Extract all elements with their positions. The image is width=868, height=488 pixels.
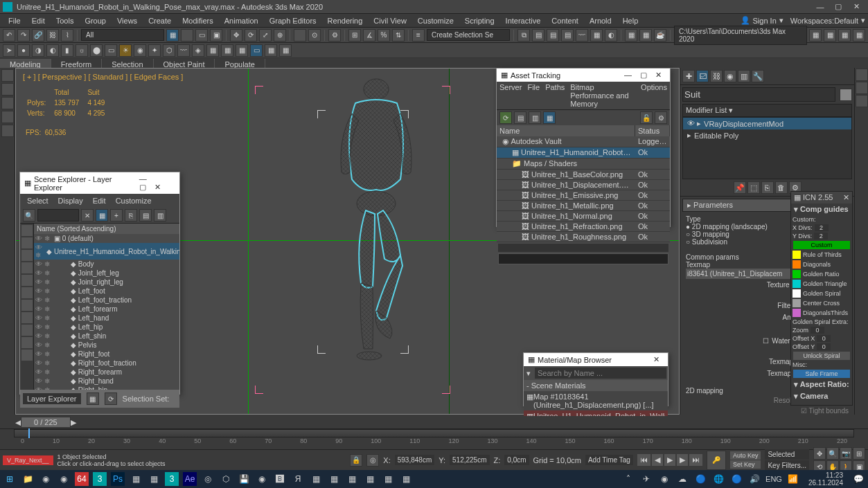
tree-item[interactable]: 👁 ❄◆Unitree_H1_Humanoid_Robot_in_Walking… — [34, 243, 179, 260]
asset-row[interactable]: ◉ Autodesk VaultLogged Out — [497, 136, 670, 147]
network-icon[interactable]: 📶 — [786, 472, 800, 486]
lt-2[interactable] — [1, 83, 14, 96]
at-options[interactable]: Options — [641, 83, 667, 108]
se-t3[interactable]: ▤ — [139, 209, 152, 222]
lt-1[interactable] — [1, 69, 14, 82]
telegram-tray-icon[interactable]: ✈ — [639, 472, 653, 486]
remove-modifier[interactable]: 🗑 — [775, 181, 788, 194]
edit-sel-set[interactable]: ≡ — [412, 29, 425, 42]
curve-editor[interactable]: 〰 — [576, 29, 588, 42]
percent-snap[interactable]: % — [378, 29, 390, 42]
dlg-close[interactable]: ✕ — [651, 71, 666, 79]
goto-start[interactable]: ⏮ — [637, 454, 650, 466]
tree-item[interactable]: 👁 ❄◆Joint_left_leg — [34, 269, 179, 278]
explorer-icon[interactable]: 📁 — [21, 472, 35, 486]
angle-snap[interactable]: ∡ — [363, 29, 375, 42]
se-f5[interactable] — [21, 275, 33, 286]
asset-row[interactable]: 🖼 Unitree_h1_Refraction.pngOk — [497, 222, 670, 232]
cmd-hierarchy[interactable]: ⛓ — [710, 70, 723, 82]
key-filters-button[interactable]: Key Filters... — [765, 460, 809, 471]
fr-btn[interactable] — [856, 69, 868, 81]
make-unique[interactable]: ⎘ — [761, 181, 774, 194]
at-server[interactable]: Server — [499, 83, 522, 108]
asset-row[interactable]: 🖼 Unitree_h1_Normal.pngOk — [497, 211, 670, 222]
menu-edit[interactable]: Edit — [26, 15, 51, 26]
menu-rendering[interactable]: Rendering — [322, 15, 369, 26]
at-refresh[interactable]: ⟳ — [499, 111, 512, 124]
app-icon[interactable]: 💾 — [237, 472, 251, 486]
mod-vray-displacement[interactable]: 👁 ▸ VRayDisplacementMod — [683, 118, 851, 129]
maximize-button[interactable]: ▢ — [829, 1, 847, 13]
tree-item[interactable]: 👁 ❄◆Pelvis — [34, 341, 179, 350]
guide-preset[interactable]: Center Cross — [791, 298, 852, 308]
at-file[interactable]: File — [527, 83, 540, 108]
menu-customize[interactable]: Customize — [412, 15, 459, 26]
after-effects-icon[interactable]: Ae — [183, 472, 197, 486]
snap-toggle[interactable]: ⊞ — [348, 29, 361, 42]
app-icon[interactable]: ▦ — [129, 472, 143, 486]
se-f7[interactable] — [21, 300, 33, 311]
tray-icon[interactable]: 🔵 — [693, 472, 707, 486]
fr-btn[interactable] — [856, 82, 868, 94]
path-btn3[interactable]: ▦ — [838, 29, 851, 42]
app-icon[interactable]: ▦ — [327, 472, 341, 486]
time-cursor[interactable] — [28, 428, 30, 438]
nav-pan[interactable]: ✥ — [813, 447, 826, 460]
at-t2[interactable]: ▤ — [514, 111, 526, 124]
se-view-layer[interactable]: ▦ — [96, 209, 108, 222]
object-color-swatch[interactable] — [840, 89, 852, 101]
app-icon[interactable]: Я — [291, 472, 305, 486]
se-search-input[interactable] — [37, 209, 79, 222]
tree-item[interactable]: 👁 ❄◆Left_shin — [34, 332, 179, 341]
edge-icon[interactable]: ◉ — [39, 472, 53, 486]
time-slider[interactable]: ◀ 0 / 225 ▶ — [15, 416, 680, 428]
t2-7[interactable]: ⬤ — [90, 44, 103, 57]
set-key-big[interactable]: 🔑 — [707, 451, 726, 470]
redo-button[interactable]: ↷ — [17, 29, 30, 42]
guide-preset[interactable]: Golden Triangle — [791, 279, 852, 289]
se-b1[interactable]: ▦ — [87, 392, 99, 405]
zoom-spinner[interactable]: 0 — [811, 327, 824, 334]
tree-item[interactable]: 👁 ❄◆Left_foot_traction — [34, 296, 179, 305]
se-t4[interactable]: ▥ — [154, 209, 166, 222]
time-prev[interactable]: ◀ — [15, 418, 21, 427]
select-by-name[interactable] — [181, 29, 193, 42]
app-icon[interactable]: ▦ — [345, 472, 359, 486]
3dsmax2-icon[interactable]: 3 — [165, 472, 179, 486]
t2-17[interactable]: ▭ — [250, 44, 263, 57]
close-button[interactable]: ✕ — [847, 1, 865, 13]
rotate-button[interactable]: ⟳ — [245, 29, 257, 42]
ref-coord-button[interactable] — [294, 29, 306, 42]
menu-interactive[interactable]: Interactive — [500, 15, 547, 26]
pin-stack[interactable]: 📌 — [734, 181, 746, 194]
safe-frame-button[interactable]: Safe Frame — [793, 370, 850, 378]
custom-button[interactable]: Custom — [793, 241, 850, 249]
col-status[interactable]: Status — [635, 125, 670, 136]
play-button[interactable]: ▶ — [664, 454, 675, 466]
3dsmax-icon[interactable]: 3 — [93, 472, 107, 486]
icn-panel[interactable]: ▦ ICN 2.55✕ ▾ Comp guides Custom: X Divs… — [790, 191, 853, 406]
t2-8[interactable]: ▭ — [105, 44, 117, 57]
app-icon[interactable]: ▦ — [399, 472, 413, 486]
asset-row[interactable]: 🖼 Unitree_h1_Emissive.pngOk — [497, 190, 670, 201]
se-b2[interactable]: ⟳ — [105, 392, 117, 405]
fr-btn[interactable] — [856, 95, 868, 107]
menu-scripting[interactable]: Scripting — [459, 15, 500, 26]
se-find[interactable]: 🔍 — [23, 209, 35, 222]
se-f6[interactable] — [21, 287, 33, 298]
ydivs-spinner[interactable]: 2 — [814, 233, 828, 240]
undo-button[interactable]: ↶ — [3, 29, 15, 42]
t2-1[interactable]: ➤ — [3, 44, 15, 57]
scene-tree[interactable]: Name (Sorted Ascending) 👁 ❄▣0 (default)👁… — [34, 224, 179, 390]
layer-button[interactable]: ▤ — [547, 29, 559, 42]
app-icon[interactable]: ◉ — [255, 472, 269, 486]
t2-6[interactable]: ☼ — [76, 44, 88, 57]
at-status-input[interactable] — [498, 253, 668, 264]
app64-icon[interactable]: 64 — [75, 472, 89, 486]
dlg-close[interactable]: ✕ — [150, 183, 165, 191]
dlg-min[interactable]: — — [620, 71, 636, 79]
at-t3[interactable]: ▥ — [529, 111, 541, 124]
auto-key-button[interactable]: Auto Key — [730, 451, 761, 460]
menu-file[interactable]: File — [3, 15, 26, 26]
asset-row[interactable]: 🖼 Unitree_h1_Metallic.pngOk — [497, 201, 670, 211]
